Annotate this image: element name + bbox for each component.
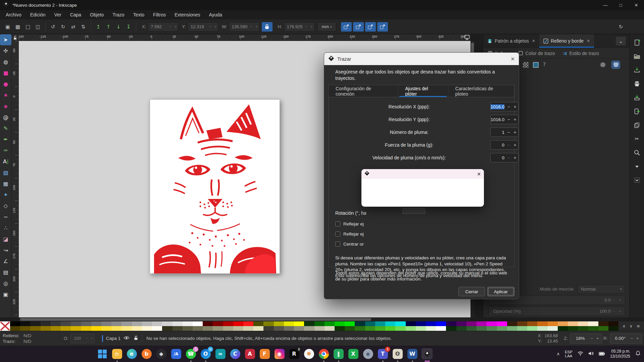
trazar-checkbox-row[interactable]: Centrar or [335,242,364,247]
palette-swatch[interactable] [30,326,40,331]
rotate-ccw-button[interactable]: ↺ [48,22,58,32]
scale-option-toggle-3[interactable] [365,22,376,32]
palette-swatch[interactable] [162,326,172,331]
fill-rule-evenodd-icon[interactable] [611,61,620,69]
trazar-field-spinbox[interactable]: 0−+ [490,140,518,150]
node-tool[interactable]: ✣ [0,45,11,56]
cut-icon[interactable]: ✂ [633,135,641,143]
palette-menu-icon[interactable]: ≡ [637,324,640,328]
file-explorer[interactable]: 🗀 [111,348,122,359]
palette-swatch[interactable] [183,321,193,326]
close-tab-icon[interactable]: ✕ [532,39,535,43]
layer-visibility-icon[interactable] [123,336,130,341]
menu-filtros[interactable]: Filtros [149,10,170,19]
zoom-field[interactable]: 18%−+ [570,333,602,344]
select-all-layers-button[interactable]: ▩ [13,22,23,32]
clock[interactable]: 05:28 p.m.13/10/2025 [610,349,630,359]
menu-capa[interactable]: Capa [66,10,86,19]
palette-swatch[interactable] [456,326,466,331]
menu-edicion[interactable]: Edición [26,10,50,19]
no-color-swatch[interactable] [0,321,10,331]
palette-swatch[interactable] [91,326,101,331]
palette-swatch[interactable] [263,321,274,326]
palette-swatch[interactable] [30,321,40,326]
calligraphy-tool[interactable]: ✑ [0,145,11,156]
palette-swatch[interactable] [406,326,416,331]
select-all-button[interactable]: ▣ [3,22,13,32]
wifi-icon[interactable] [578,351,583,357]
palette-swatch[interactable] [355,321,365,326]
lock-ratio-button[interactable] [262,22,273,32]
palette-swatch[interactable] [274,321,284,326]
volume-icon[interactable] [588,351,594,357]
scale-option-toggle-4[interactable] [377,22,388,32]
spin-decrease[interactable]: − [505,104,512,109]
palette-swatch[interactable] [162,321,172,326]
fusion-360[interactable]: F [259,348,270,359]
trazar-tab-ajustes-del-ploter[interactable]: Ajustes del plóter [398,85,448,97]
palette-swatch[interactable] [416,326,426,331]
fill-rule-nonzero-icon[interactable] [598,61,607,69]
palette-swatch[interactable] [253,321,263,326]
palette-swatch[interactable] [335,321,345,326]
language-indicator[interactable]: ESPLAA [565,350,573,358]
instagram[interactable]: ◉ [274,348,285,359]
menu-extensiones[interactable]: Extensiones [170,10,204,19]
display-units-icon[interactable] [464,35,470,41]
cerrar-button[interactable]: Cerrar [458,287,485,296]
palette-swatch[interactable] [111,321,121,326]
palette-swatch[interactable] [325,321,335,326]
current-layer-selector[interactable]: Capa 1 [106,336,121,341]
unknown-paint-icon[interactable]: ? [543,62,546,68]
palette-swatch[interactable] [477,321,487,326]
palette-swatch[interactable] [142,321,152,326]
horizontal-scrollbar[interactable] [19,317,470,321]
text-tool[interactable]: A| [0,156,11,167]
menu-ayuda[interactable]: Ayuda [205,10,227,19]
palette-swatch[interactable] [507,326,517,331]
notification-bell-icon[interactable] [635,351,641,357]
palette-swatch[interactable] [132,326,142,331]
checkbox-icon[interactable] [335,221,340,226]
subtab-color-de-trazo[interactable]: Color de trazo [518,51,555,56]
menu-objeto[interactable]: Objeto [86,10,108,19]
palette-swatch[interactable] [284,321,294,326]
grasshopper[interactable]: ❋ [303,348,314,359]
checkbox-icon[interactable] [335,231,340,237]
palette-swatch[interactable] [41,326,51,331]
palette-swatch[interactable] [213,321,223,326]
palette-swatch[interactable] [213,326,223,331]
palette-swatch[interactable] [385,321,395,326]
minimize-button[interactable]: — [598,0,613,10]
palette-swatch[interactable] [608,326,618,331]
horizontal-scrollbar-thumb[interactable] [20,318,371,321]
palette-swatch[interactable] [537,326,547,331]
tweak-tool[interactable]: ∼ [0,211,11,222]
palette-swatch[interactable] [548,321,558,326]
box3d-tool[interactable]: ◈ [0,101,11,112]
palette-swatch[interactable] [466,321,477,326]
trazar-field-spinbox[interactable]: 1−+ [490,127,518,137]
raise-to-top-button[interactable]: ↥ [93,22,103,32]
palette-swatch[interactable] [243,321,253,326]
trazar-field-spinbox[interactable]: 1016.0−+ [490,115,518,124]
spin-decrease[interactable]: − [505,142,512,148]
deselect-button[interactable]: □ [23,22,33,32]
save-icon[interactable] [633,94,641,101]
menu-ver[interactable]: Ver [50,10,66,19]
palette-swatch[interactable] [233,326,243,331]
trazar-tab-caracteristicas-de-ploteo[interactable]: Características de ploteo [448,85,514,97]
pen-tool[interactable]: ✒ [0,134,11,145]
palette-swatch[interactable] [233,321,243,326]
palette-swatch[interactable] [588,326,598,331]
pages-tool[interactable]: ▤ [0,267,11,278]
palette-swatch[interactable] [527,321,537,326]
swatch-icon[interactable] [533,62,539,68]
palette-swatch[interactable] [101,326,111,331]
dropdown-icon[interactable] [633,163,641,170]
palette-swatch[interactable] [132,321,142,326]
copy-icon[interactable] [633,121,641,129]
new-document-icon[interactable] [633,39,641,46]
palette-swatch[interactable] [304,321,314,326]
palette-swatch[interactable] [436,321,446,326]
